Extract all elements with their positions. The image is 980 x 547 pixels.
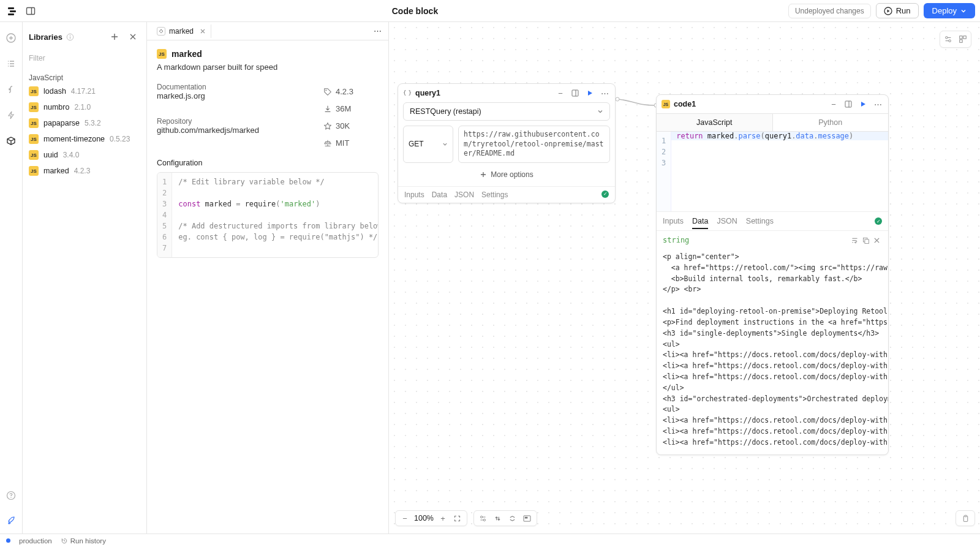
blocks-icon[interactable] — [957, 34, 968, 45]
env-status-dot — [6, 538, 10, 543]
cube-icon: ◇ — [157, 27, 165, 36]
clipboard-icon[interactable] — [960, 513, 971, 524]
deploy-button[interactable]: Deploy — [924, 3, 975, 18]
close-sidebar-icon[interactable] — [126, 29, 140, 44]
library-item-name: moment-timezone — [43, 135, 105, 143]
tab-inputs[interactable]: Inputs — [663, 217, 684, 225]
more-icon[interactable]: ⋯ — [599, 88, 610, 99]
library-item-name: lodash — [43, 87, 66, 96]
code-editor[interactable]: 123 return marked.parse(query1.data.mess… — [657, 132, 888, 211]
detail-more-icon[interactable]: ⋯ — [370, 24, 385, 39]
library-description: A markdown parser built for speed — [157, 62, 379, 72]
library-item-name: numbro — [43, 103, 69, 111]
list-icon[interactable] — [4, 56, 18, 71]
function-icon[interactable] — [4, 82, 18, 97]
license-stat: MIT — [323, 138, 379, 148]
svg-point-26 — [481, 516, 483, 518]
library-item-marked[interactable]: JSmarked4.2.3 — [23, 163, 146, 179]
svg-rect-16 — [963, 36, 966, 39]
svg-rect-17 — [960, 40, 962, 42]
collapse-icon[interactable] — [507, 513, 518, 524]
tab-settings[interactable]: Settings — [746, 217, 774, 225]
wrap-icon[interactable] — [849, 235, 860, 246]
copy-icon[interactable] — [860, 235, 871, 246]
library-item-numbro[interactable]: JSnumbro2.1.0 — [23, 99, 146, 115]
chevron-down-icon — [960, 8, 967, 14]
svg-point-8 — [10, 497, 11, 498]
filter-input[interactable] — [28, 51, 141, 65]
run-block-icon[interactable] — [584, 88, 595, 99]
svg-rect-0 — [8, 7, 14, 9]
tab-javascript[interactable]: JavaScript — [657, 114, 773, 131]
minimap-icon[interactable] — [522, 513, 533, 524]
close-output-icon[interactable] — [871, 235, 882, 246]
arrange-icon[interactable] — [492, 513, 503, 524]
status-ok-icon: ✓ — [875, 217, 882, 225]
lightning-icon[interactable] — [4, 108, 18, 123]
tab-inputs[interactable]: Inputs — [404, 191, 424, 199]
undeployed-chip[interactable]: Undeployed changes — [788, 4, 871, 18]
more-icon[interactable]: ⋯ — [872, 99, 883, 110]
js-badge-icon: JS — [29, 134, 39, 144]
left-rail — [0, 22, 23, 534]
env-label[interactable]: production — [19, 537, 52, 545]
run-history-button[interactable]: Run history — [61, 537, 106, 545]
package-icon[interactable] — [4, 134, 18, 148]
library-name: marked — [172, 49, 202, 59]
minimize-icon[interactable]: − — [555, 88, 566, 99]
library-item-version: 4.2.3 — [74, 167, 91, 175]
config-code-editor[interactable]: 1234567 /* Edit library variable below *… — [157, 172, 379, 258]
help-icon[interactable] — [4, 488, 18, 503]
resource-select[interactable]: RESTQuery (restapi) — [403, 102, 610, 121]
zoom-in-icon[interactable]: + — [437, 513, 448, 524]
panel-toggle-icon[interactable] — [23, 4, 38, 18]
tab-json[interactable]: JSON — [454, 191, 474, 199]
repo-link[interactable]: github.com/markedjs/marked — [157, 126, 323, 135]
panel-icon[interactable] — [570, 88, 581, 99]
tab-json[interactable]: JSON — [717, 217, 737, 225]
library-item-lodash[interactable]: JSlodash4.17.21 — [23, 83, 146, 99]
svg-rect-25 — [864, 239, 869, 243]
js-badge-icon: JS — [157, 49, 167, 59]
js-badge-icon: JS — [29, 150, 39, 160]
method-select[interactable]: GET — [403, 126, 453, 163]
fit-screen-icon[interactable] — [452, 513, 463, 524]
tab-python[interactable]: Python — [773, 114, 889, 131]
play-circle-icon — [884, 7, 892, 15]
sidebar-section-label: JavaScript — [23, 70, 146, 83]
logo-icon[interactable] — [5, 4, 20, 18]
library-item-name: marked — [43, 167, 69, 175]
detail-tab-marked[interactable]: ◇ marked — [152, 25, 211, 38]
rocket-icon[interactable] — [4, 513, 18, 527]
settings-toggle-icon[interactable] — [943, 34, 954, 45]
sliders-icon[interactable] — [478, 513, 489, 524]
run-button[interactable]: Run — [876, 3, 919, 18]
docs-link[interactable]: marked.js.org — [157, 91, 323, 100]
panel-icon[interactable] — [843, 99, 854, 110]
library-item-papaparse[interactable]: JSpapaparse5.3.2 — [23, 115, 146, 131]
library-item-uuid[interactable]: JSuuid3.4.0 — [23, 147, 146, 163]
url-input[interactable]: https://raw.githubusercontent.com/tryret… — [458, 126, 610, 163]
close-tab-icon[interactable] — [200, 28, 206, 34]
output-text[interactable]: <p align="center"> <a href="https://reto… — [657, 249, 888, 455]
run-block-icon[interactable] — [858, 99, 869, 110]
svg-point-12 — [326, 89, 327, 91]
config-section-label: Configuration — [157, 159, 379, 167]
add-library-icon[interactable] — [107, 29, 122, 44]
workflow-canvas[interactable]: query1 − ⋯ RESTQuery (restapi) GET — [389, 22, 980, 534]
status-ok-icon: ✓ — [601, 191, 609, 198]
tab-data[interactable]: Data — [692, 217, 708, 229]
download-icon — [323, 105, 332, 113]
library-item-moment-timezone[interactable]: JSmoment-timezone0.5.23 — [23, 131, 146, 147]
canvas-bottom-toolbar: − 100% + — [395, 510, 537, 526]
tab-data[interactable]: Data — [432, 191, 447, 199]
code-block[interactable]: JS code1 − ⋯ JavaScript Python 123 retur… — [656, 94, 889, 455]
minimize-icon[interactable]: − — [828, 99, 839, 110]
add-icon[interactable] — [4, 31, 18, 45]
zoom-out-icon[interactable]: − — [399, 513, 410, 524]
more-options-toggle[interactable]: More options — [403, 168, 610, 181]
braces-icon — [403, 89, 412, 97]
query-block[interactable]: query1 − ⋯ RESTQuery (restapi) GET — [398, 83, 616, 203]
chevron-down-icon — [442, 141, 448, 147]
tab-settings[interactable]: Settings — [481, 191, 508, 199]
